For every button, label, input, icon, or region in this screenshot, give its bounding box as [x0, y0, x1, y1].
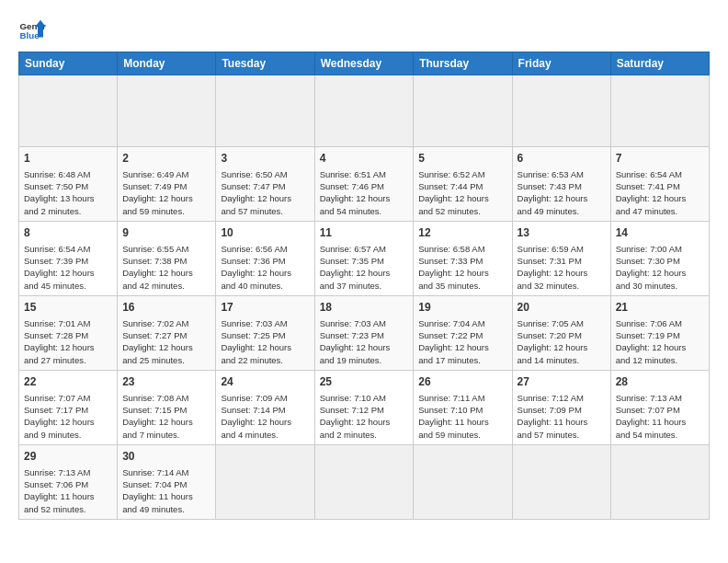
day-number: 3 [221, 151, 309, 167]
col-header-wednesday: Wednesday [314, 52, 414, 75]
day-number: 19 [418, 300, 506, 316]
calendar-cell: 5Sunrise: 6:52 AMSunset: 7:44 PMDaylight… [414, 147, 512, 222]
calendar-cell: 28Sunrise: 7:13 AMSunset: 7:07 PMDayligh… [610, 370, 709, 444]
calendar-cell: 14Sunrise: 7:00 AMSunset: 7:30 PMDayligh… [610, 221, 709, 295]
calendar-cell: 3Sunrise: 6:50 AMSunset: 7:47 PMDaylight… [216, 147, 314, 222]
calendar-cell: 16Sunrise: 7:02 AMSunset: 7:27 PMDayligh… [118, 295, 216, 370]
calendar-cell [314, 75, 414, 147]
day-number: 12 [418, 225, 506, 241]
day-number: 28 [616, 374, 704, 390]
calendar-cell [414, 75, 512, 147]
col-header-monday: Monday [118, 52, 216, 75]
day-number: 10 [221, 225, 309, 241]
calendar-cell: 6Sunrise: 6:53 AMSunset: 7:43 PMDaylight… [512, 147, 610, 222]
calendar-cell [512, 444, 610, 519]
day-number: 11 [320, 225, 409, 241]
day-number: 7 [616, 151, 704, 167]
calendar-cell: 25Sunrise: 7:10 AMSunset: 7:12 PMDayligh… [314, 370, 414, 444]
day-number: 20 [518, 300, 606, 316]
day-number: 4 [320, 151, 409, 167]
calendar-cell: 10Sunrise: 6:56 AMSunset: 7:36 PMDayligh… [216, 221, 314, 295]
day-number: 1 [24, 151, 112, 167]
day-number: 2 [122, 151, 210, 167]
svg-text:Blue: Blue [20, 30, 40, 40]
day-number: 24 [221, 374, 309, 390]
calendar-cell: 2Sunrise: 6:49 AMSunset: 7:49 PMDaylight… [118, 147, 216, 222]
day-number: 26 [418, 374, 506, 390]
calendar-cell: 19Sunrise: 7:04 AMSunset: 7:22 PMDayligh… [414, 295, 512, 370]
logo-icon: General Blue [18, 17, 46, 44]
logo: General Blue [18, 17, 46, 44]
day-number: 22 [24, 374, 112, 390]
calendar-cell: 12Sunrise: 6:58 AMSunset: 7:33 PMDayligh… [414, 221, 512, 295]
calendar-cell: 30Sunrise: 7:14 AMSunset: 7:04 PMDayligh… [118, 444, 216, 519]
col-header-thursday: Thursday [414, 52, 512, 75]
page-container: General Blue SundayMondayTuesdayWednesda… [0, 0, 728, 529]
calendar-cell: 8Sunrise: 6:54 AMSunset: 7:39 PMDaylight… [19, 221, 118, 295]
calendar-cell: 17Sunrise: 7:03 AMSunset: 7:25 PMDayligh… [216, 295, 314, 370]
day-number: 14 [616, 225, 704, 241]
calendar-cell: 18Sunrise: 7:03 AMSunset: 7:23 PMDayligh… [314, 295, 414, 370]
calendar-cell [610, 75, 709, 147]
day-number: 15 [24, 300, 112, 316]
calendar-cell: 22Sunrise: 7:07 AMSunset: 7:17 PMDayligh… [19, 370, 118, 444]
day-number: 21 [616, 300, 704, 316]
calendar-cell [414, 444, 512, 519]
day-number: 17 [221, 300, 309, 316]
calendar-cell: 11Sunrise: 6:57 AMSunset: 7:35 PMDayligh… [314, 221, 414, 295]
calendar-cell: 23Sunrise: 7:08 AMSunset: 7:15 PMDayligh… [118, 370, 216, 444]
day-number: 16 [122, 300, 210, 316]
col-header-saturday: Saturday [610, 52, 709, 75]
calendar-cell [216, 75, 314, 147]
calendar-cell: 26Sunrise: 7:11 AMSunset: 7:10 PMDayligh… [414, 370, 512, 444]
day-number: 8 [24, 225, 112, 241]
calendar-cell: 29Sunrise: 7:13 AMSunset: 7:06 PMDayligh… [19, 444, 118, 519]
calendar-cell: 24Sunrise: 7:09 AMSunset: 7:14 PMDayligh… [216, 370, 314, 444]
calendar-cell: 7Sunrise: 6:54 AMSunset: 7:41 PMDaylight… [610, 147, 709, 222]
day-number: 6 [518, 151, 606, 167]
calendar-cell: 13Sunrise: 6:59 AMSunset: 7:31 PMDayligh… [512, 221, 610, 295]
header-row: SundayMondayTuesdayWednesdayThursdayFrid… [19, 52, 710, 75]
col-header-tuesday: Tuesday [216, 52, 314, 75]
calendar-cell: 15Sunrise: 7:01 AMSunset: 7:28 PMDayligh… [19, 295, 118, 370]
calendar-cell [216, 444, 314, 519]
col-header-sunday: Sunday [19, 52, 118, 75]
calendar-cell: 27Sunrise: 7:12 AMSunset: 7:09 PMDayligh… [512, 370, 610, 444]
calendar-cell [19, 75, 118, 147]
calendar-cell [610, 444, 709, 519]
day-number: 9 [122, 225, 210, 241]
day-number: 30 [122, 449, 210, 465]
col-header-friday: Friday [512, 52, 610, 75]
calendar-cell: 21Sunrise: 7:06 AMSunset: 7:19 PMDayligh… [610, 295, 709, 370]
day-number: 5 [418, 151, 506, 167]
calendar-cell [314, 444, 414, 519]
calendar-cell: 4Sunrise: 6:51 AMSunset: 7:46 PMDaylight… [314, 147, 414, 222]
calendar-table: SundayMondayTuesdayWednesdayThursdayFrid… [18, 52, 710, 520]
day-number: 18 [320, 300, 409, 316]
day-number: 27 [518, 374, 606, 390]
calendar-cell [118, 75, 216, 147]
header: General Blue [18, 17, 710, 44]
day-number: 29 [24, 449, 112, 465]
calendar-cell [512, 75, 610, 147]
calendar-cell: 9Sunrise: 6:55 AMSunset: 7:38 PMDaylight… [118, 221, 216, 295]
day-number: 25 [320, 374, 409, 390]
day-number: 23 [122, 374, 210, 390]
calendar-cell: 20Sunrise: 7:05 AMSunset: 7:20 PMDayligh… [512, 295, 610, 370]
day-number: 13 [518, 225, 606, 241]
calendar-cell: 1Sunrise: 6:48 AMSunset: 7:50 PMDaylight… [19, 147, 118, 222]
